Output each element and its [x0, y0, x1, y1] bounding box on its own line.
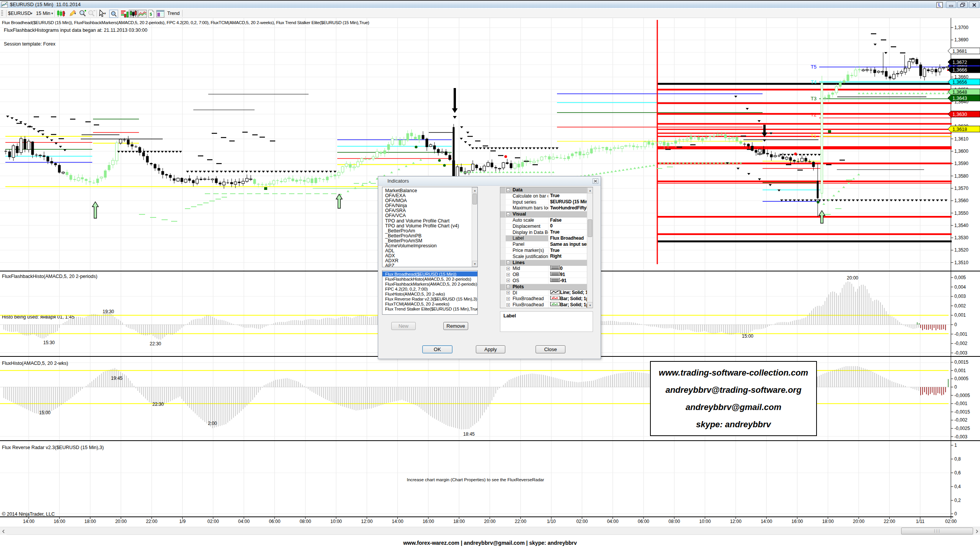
svg-text:-0,0005: -0,0005 — [954, 393, 970, 398]
svg-text:0,001: 0,001 — [954, 312, 966, 318]
svg-text:08:00: 08:00 — [300, 519, 311, 524]
svg-text:1,3590: 1,3590 — [954, 161, 969, 166]
svg-text:22:00: 22:00 — [884, 519, 895, 524]
svg-text:19:45: 19:45 — [111, 376, 122, 381]
svg-text:12:00: 12:00 — [730, 519, 742, 524]
svg-text:19:30: 19:30 — [103, 309, 114, 314]
svg-text:18:00: 18:00 — [453, 519, 465, 524]
svg-text:1,3618: 1,3618 — [952, 127, 967, 132]
svg-text:02:00: 02:00 — [207, 519, 219, 524]
svg-text:$: $ — [150, 12, 152, 16]
svg-text:-0,002: -0,002 — [954, 417, 967, 423]
svg-text:1: 1 — [954, 443, 957, 448]
svg-text:1,3540: 1,3540 — [954, 223, 969, 228]
svg-text:0,2: 0,2 — [954, 498, 961, 503]
svg-text:14:00: 14:00 — [23, 519, 34, 524]
svg-text:2:00: 2:00 — [208, 421, 217, 426]
svg-text:22:00: 22:00 — [515, 519, 526, 524]
svg-text:1,3681: 1,3681 — [952, 49, 967, 54]
svg-text:1,3570: 1,3570 — [954, 186, 969, 191]
svg-text:20:00: 20:00 — [115, 519, 127, 524]
svg-text:0,8: 0,8 — [954, 456, 961, 462]
svg-text:0,005: 0,005 — [954, 275, 966, 280]
svg-text:1,3550: 1,3550 — [954, 211, 969, 216]
svg-text:0: 0 — [954, 384, 957, 390]
svg-text:1,3700: 1,3700 — [954, 25, 969, 30]
svg-text:T4: T4 — [811, 79, 817, 85]
svg-text:1,3580: 1,3580 — [954, 173, 969, 179]
svg-text:0,002: 0,002 — [954, 303, 966, 309]
svg-text:FluxFlashbackHistograms input: FluxFlashbackHistograms input data began… — [4, 28, 147, 33]
svg-text:1,3520: 1,3520 — [954, 247, 969, 253]
svg-text:1/11: 1/11 — [916, 519, 924, 524]
svg-text:1,3510: 1,3510 — [954, 260, 969, 265]
svg-text:1,3600: 1,3600 — [954, 149, 969, 154]
svg-text:FluxHisto(AMACD,5, 20 2-wks): FluxHisto(AMACD,5, 20 2-wks) — [2, 361, 68, 366]
svg-text:Increase chart margin (Chart P: Increase chart margin (Chart Properties)… — [407, 477, 544, 482]
svg-text:1,3630: 1,3630 — [952, 112, 967, 117]
svg-text:T2: T2 — [811, 112, 817, 118]
svg-text:0: 0 — [954, 511, 957, 516]
svg-text:0: 0 — [954, 322, 957, 327]
svg-text:-0,0025: -0,0025 — [954, 426, 970, 431]
svg-text:-0,003: -0,003 — [954, 434, 967, 440]
svg-text:0,4: 0,4 — [954, 484, 961, 489]
svg-text:-0,0015: -0,0015 — [954, 409, 970, 415]
svg-text:04:00: 04:00 — [607, 519, 619, 524]
svg-text:16:00: 16:00 — [423, 519, 434, 524]
svg-text:-0,001: -0,001 — [954, 401, 967, 406]
svg-text:0,001: 0,001 — [954, 368, 966, 373]
svg-text:22:30: 22:30 — [150, 341, 161, 346]
svg-text:18:45: 18:45 — [463, 431, 475, 437]
svg-text:10:00: 10:00 — [330, 519, 342, 524]
svg-text:1/9: 1/9 — [179, 519, 186, 524]
svg-text:1,3690: 1,3690 — [954, 37, 969, 42]
svg-text:0,0005: 0,0005 — [954, 376, 969, 381]
svg-text:08:00: 08:00 — [668, 519, 680, 524]
svg-text:06:00: 06:00 — [638, 519, 649, 524]
svg-text:12:00: 12:00 — [361, 519, 372, 524]
svg-text:-0,003: -0,003 — [954, 350, 967, 356]
svg-text:Flux Reverse Radar v2.3($EURUS: Flux Reverse Radar v2.3($EURUSD (15 Min)… — [2, 445, 104, 450]
svg-text:14:00: 14:00 — [392, 519, 403, 524]
svg-text:© 2014 NinjaTrader, LLC: © 2014 NinjaTrader, LLC — [2, 511, 55, 517]
svg-text:14:00: 14:00 — [761, 519, 772, 524]
svg-text:22:30: 22:30 — [152, 402, 164, 407]
svg-text:0,0015: 0,0015 — [954, 359, 969, 365]
svg-text:1,3560: 1,3560 — [954, 198, 969, 203]
svg-text:18:00: 18:00 — [85, 519, 96, 524]
svg-text:20:00: 20:00 — [847, 275, 858, 281]
svg-text:15:30: 15:30 — [43, 340, 55, 345]
svg-text:16:00: 16:00 — [54, 519, 65, 524]
svg-text:-0,001: -0,001 — [954, 332, 967, 337]
svg-text:02:00: 02:00 — [576, 519, 588, 524]
svg-text:T3: T3 — [811, 96, 817, 101]
svg-text:15:00: 15:00 — [39, 410, 51, 415]
svg-text:1,3672: 1,3672 — [952, 60, 967, 65]
svg-text:FluxFlashbackHisto(AMACD,5, 20: FluxFlashbackHisto(AMACD,5, 20 2-periods… — [2, 274, 97, 279]
svg-text:1,3610: 1,3610 — [954, 136, 969, 142]
svg-text:-0,002: -0,002 — [954, 341, 967, 346]
svg-text:0,6: 0,6 — [954, 470, 961, 475]
svg-text:06:00: 06:00 — [269, 519, 280, 524]
svg-text:1,3643: 1,3643 — [952, 96, 967, 101]
svg-text:1,3656: 1,3656 — [952, 80, 967, 85]
svg-text:0,003: 0,003 — [954, 294, 966, 299]
svg-text:1,3530: 1,3530 — [954, 235, 969, 240]
svg-text:18:00: 18:00 — [822, 519, 834, 524]
svg-text:Session template: Forex: Session template: Forex — [4, 41, 56, 47]
svg-text:1,3666: 1,3666 — [952, 67, 967, 73]
svg-text:16:00: 16:00 — [791, 519, 803, 524]
svg-text:10:00: 10:00 — [699, 519, 711, 524]
svg-text:1,3648: 1,3648 — [952, 90, 967, 95]
svg-text:04:00: 04:00 — [238, 519, 250, 524]
svg-text:20:00: 20:00 — [853, 519, 864, 524]
svg-text:20:00: 20:00 — [484, 519, 495, 524]
svg-text:T5: T5 — [811, 64, 817, 70]
svg-text:1/10: 1/10 — [547, 519, 556, 524]
svg-text:0,004: 0,004 — [954, 284, 966, 290]
svg-text:Flux Broadhead($EURUSD (15 Min: Flux Broadhead($EURUSD (15 Min)), FluxFl… — [2, 20, 369, 25]
svg-text:15:00: 15:00 — [742, 333, 753, 339]
svg-text:02:00: 02:00 — [945, 519, 957, 524]
svg-text:22:00: 22:00 — [146, 519, 157, 524]
